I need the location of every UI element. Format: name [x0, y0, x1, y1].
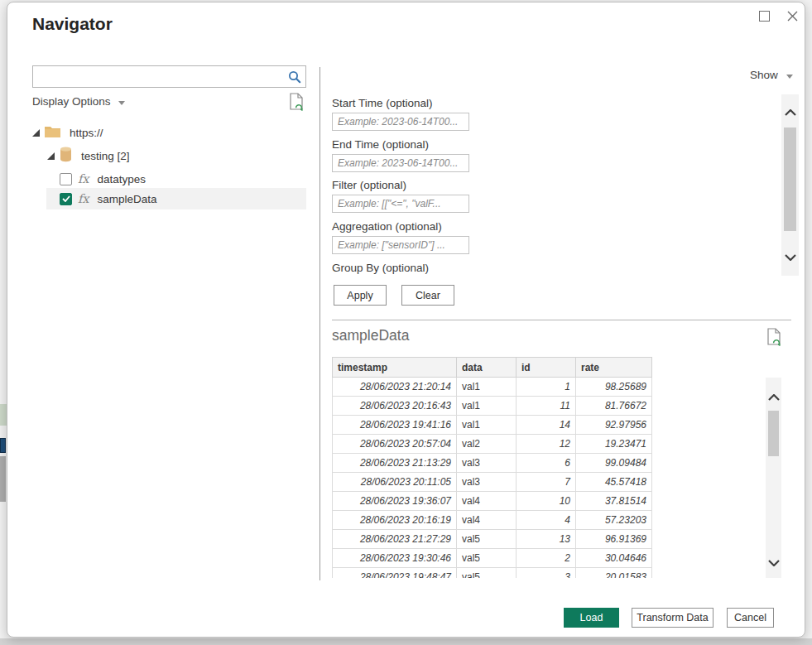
refresh-preview-icon[interactable]	[766, 328, 781, 349]
tree-node-https[interactable]: https://	[32, 122, 103, 143]
function-icon: fx	[78, 192, 89, 205]
table-cell: val1	[457, 397, 517, 416]
scroll-down-icon[interactable]	[766, 560, 781, 566]
tree-node-sampledata[interactable]: fx sampleData	[60, 188, 157, 209]
show-dropdown[interactable]: Show	[750, 69, 793, 81]
table-cell: 28/06/2023 20:16:19	[333, 511, 457, 530]
tree-node-label: https://	[70, 127, 103, 139]
search-input[interactable]	[33, 66, 284, 87]
tree-node-datatypes[interactable]: fx datatypes	[60, 168, 146, 190]
table-row[interactable]: 28/06/2023 19:36:07val41037.81514	[333, 492, 652, 511]
table-cell: 28/06/2023 21:27:29	[333, 530, 457, 549]
table-cell: 96.91369	[576, 530, 652, 549]
preview-table-container: timestamp data id rate 28/06/2023 21:20:…	[332, 357, 652, 578]
table-row[interactable]: 28/06/2023 19:48:47val5320.01583	[333, 568, 652, 579]
table-cell: 12	[517, 435, 576, 454]
table-cell: val1	[457, 416, 517, 435]
table-cell: val3	[457, 473, 517, 492]
background-sliver-green	[0, 404, 7, 426]
table-cell: 7	[517, 473, 576, 492]
scroll-up-icon[interactable]	[766, 394, 781, 401]
search-box	[32, 65, 306, 88]
table-cell: 13	[517, 530, 576, 549]
table-cell: 28/06/2023 21:20:14	[333, 378, 457, 397]
tree-node-label: sampleData	[98, 193, 157, 205]
table-cell: val5	[457, 568, 517, 579]
column-header-id[interactable]: id	[517, 358, 576, 378]
section-divider	[332, 320, 791, 320]
load-button[interactable]: Load	[564, 608, 619, 628]
table-row[interactable]: 28/06/2023 20:11:05val3745.57418	[333, 473, 652, 492]
refresh-tree-icon[interactable]	[289, 93, 304, 114]
table-cell: 14	[517, 416, 576, 435]
table-cell: 19.23471	[576, 435, 652, 454]
apply-button[interactable]: Apply	[334, 285, 387, 306]
table-cell: 98.25689	[576, 378, 652, 397]
tree-node-label: datatypes	[98, 173, 147, 185]
close-icon[interactable]	[784, 7, 800, 24]
scrollbar-thumb[interactable]	[784, 128, 796, 231]
table-row[interactable]: 28/06/2023 19:30:46val5230.04646	[333, 549, 652, 568]
checkbox-unchecked[interactable]	[60, 173, 72, 185]
navigator-dialog: Navigator Display Options	[7, 2, 805, 638]
checkbox-checked[interactable]	[60, 193, 72, 205]
table-cell: 28/06/2023 20:57:04	[333, 435, 457, 454]
table-cell: 28/06/2023 20:16:43	[333, 397, 457, 416]
field-label-group-by: Group By (optional)	[332, 262, 429, 274]
triangle-expanded-icon[interactable]	[47, 150, 55, 162]
table-cell: 6	[517, 454, 576, 473]
column-header-rate[interactable]: rate	[576, 358, 652, 378]
table-cell: 28/06/2023 19:30:46	[333, 549, 457, 568]
table-cell: 10	[517, 492, 576, 511]
table-cell: val5	[457, 549, 517, 568]
end-time-input[interactable]	[332, 154, 469, 172]
cancel-button[interactable]: Cancel	[727, 608, 774, 628]
scroll-down-icon[interactable]	[781, 254, 799, 261]
table-row[interactable]: 28/06/2023 19:41:16val11492.97956	[333, 416, 652, 435]
display-options-dropdown[interactable]: Display Options	[32, 95, 125, 108]
clear-button[interactable]: Clear	[401, 285, 454, 306]
aggregation-input[interactable]	[332, 236, 469, 254]
scrollbar-thumb[interactable]	[768, 411, 779, 456]
table-cell: 28/06/2023 19:41:16	[333, 416, 457, 435]
table-cell: 92.97956	[576, 416, 652, 435]
preview-title: sampleData	[332, 327, 409, 344]
background-sliver-gray	[0, 456, 6, 502]
column-header-data[interactable]: data	[457, 358, 517, 378]
table-row[interactable]: 28/06/2023 21:27:29val51396.91369	[333, 530, 652, 549]
background-app-sliver	[0, 438, 6, 453]
search-icon[interactable]	[284, 70, 305, 84]
triangle-expanded-icon[interactable]	[32, 127, 40, 139]
table-cell: 99.09484	[576, 454, 652, 473]
filter-input[interactable]	[332, 195, 469, 213]
caret-down-icon	[118, 95, 125, 108]
caret-down-icon	[786, 69, 793, 81]
transform-data-button[interactable]: Transform Data	[632, 608, 714, 628]
table-cell: 3	[517, 568, 576, 579]
field-label-aggregation: Aggregation (optional)	[332, 220, 442, 233]
table-row[interactable]: 28/06/2023 20:16:43val11181.76672	[333, 397, 652, 416]
scroll-up-icon[interactable]	[781, 109, 799, 116]
table-cell: 37.81514	[576, 492, 652, 511]
field-label-end-time: End Time (optional)	[332, 138, 429, 151]
tree-node-testing[interactable]: testing [2]	[47, 145, 130, 166]
page-title: Navigator	[32, 14, 113, 34]
table-cell: val3	[457, 454, 517, 473]
table-cell: 57.23203	[576, 511, 652, 530]
table-cell: 28/06/2023 19:36:07	[333, 492, 457, 511]
start-time-input[interactable]	[332, 113, 469, 131]
panel-divider	[320, 67, 320, 580]
table-row[interactable]: 28/06/2023 20:16:19val4457.23203	[333, 511, 652, 530]
table-scrollbar[interactable]	[766, 378, 781, 578]
field-label-filter: Filter (optional)	[332, 179, 406, 191]
table-row[interactable]: 28/06/2023 20:57:04val21219.23471	[333, 435, 652, 454]
table-cell: 30.04646	[576, 549, 652, 568]
maximize-icon[interactable]	[759, 11, 770, 22]
table-row[interactable]: 28/06/2023 21:13:29val3699.09484	[333, 454, 652, 473]
column-header-timestamp[interactable]: timestamp	[333, 358, 457, 378]
form-scrollbar[interactable]	[781, 94, 799, 276]
table-cell: val4	[457, 492, 517, 511]
display-options-label: Display Options	[32, 95, 111, 108]
show-label: Show	[750, 69, 778, 81]
table-row[interactable]: 28/06/2023 21:20:14val1198.25689	[333, 378, 652, 397]
